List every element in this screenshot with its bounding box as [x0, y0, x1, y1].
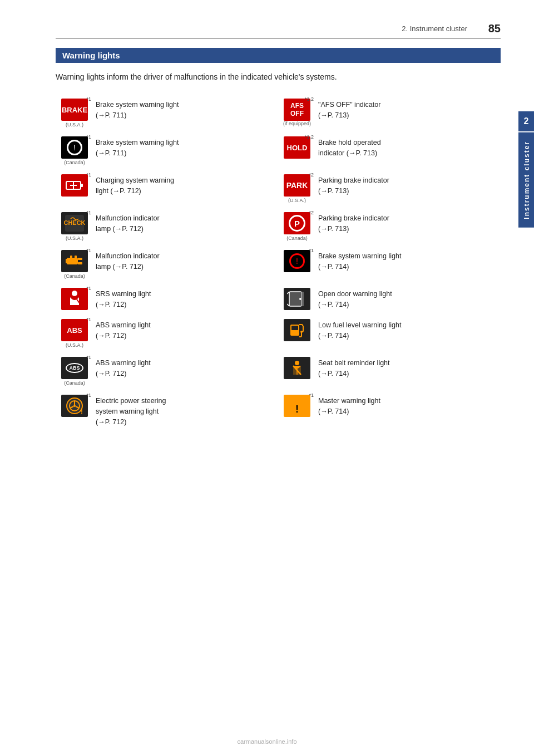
icon-wrap: *1,2 HOLD [281, 136, 313, 159]
item-description: Master warning light(→P. 714) [318, 395, 380, 417]
region-label: (U.S.A.) [66, 235, 83, 241]
seatbelt-icon [284, 357, 310, 379]
list-item: *1 ! (Canada) Brake system warning light… [56, 132, 278, 170]
item-description: Malfunction indicatorlamp (→P. 712) [96, 250, 160, 272]
svg-point-26 [73, 405, 76, 407]
icon-wrap: *1 ! (Canada) [59, 136, 90, 165]
abs-inner: ABS [66, 363, 83, 373]
header-bar: 2. Instrument cluster 85 [56, 22, 501, 39]
svg-text:!: ! [295, 404, 299, 415]
door-icon [284, 288, 310, 310]
item-description: ABS warning light(→P. 712) [96, 319, 151, 341]
svg-rect-16 [301, 292, 304, 306]
list-item: *1 CHECK (U.S.A.) Malfunction indicatorl… [56, 208, 278, 246]
icon-wrap: *1 BRAKE (U.S.A.) [59, 99, 90, 127]
superscript: *2 [309, 172, 314, 178]
svg-point-20 [300, 331, 303, 333]
fuel-icon [284, 319, 310, 341]
superscript: *1 [86, 210, 91, 215]
park-canada-icon: P [284, 212, 310, 234]
engine-canada-icon [61, 250, 88, 272]
icon-wrap: *2 P (Canada) [281, 212, 313, 241]
icon-wrap [281, 357, 313, 379]
item-description: Charging system warninglight (→P. 712) [96, 174, 174, 197]
icon-wrap: *1 (Canada) [59, 250, 90, 279]
superscript: *1,2 [305, 96, 314, 102]
list-item: *1 ABS (U.S.A.) ABS warning light(→P. 71… [56, 315, 278, 352]
superscript: *1 [309, 392, 314, 398]
icon-wrap: *1 CHECK (U.S.A.) [59, 212, 90, 241]
item-description: Seat belt reminder light(→P. 714) [318, 357, 390, 379]
icon-wrap: *1 ! [281, 395, 313, 417]
svg-rect-19 [291, 326, 298, 330]
list-item: *2 P (Canada) Parking brake indicator(→P… [278, 208, 501, 246]
section-title: Warning lights [56, 48, 501, 63]
svg-point-21 [295, 361, 299, 365]
item-description: Electric power steeringsystem warning li… [96, 395, 166, 427]
superscript: *1 [86, 172, 91, 178]
superscript: *1 [309, 248, 314, 253]
svg-rect-1 [81, 184, 83, 187]
item-description: Brake system warning light(→P. 711) [96, 99, 179, 121]
region-label: (U.S.A.) [288, 198, 306, 203]
brake-canada-icon: ! [61, 136, 88, 159]
superscript: *1,2 [305, 134, 314, 140]
svg-rect-9 [78, 258, 82, 260]
item-description: Brake system warning light(→P. 714) [318, 250, 401, 272]
superscript: *2 [309, 210, 314, 215]
item-description: ABS warning light(→P. 712) [96, 357, 151, 379]
list-item: *1 ! Master warning light(→P. 714) [278, 390, 501, 431]
item-description: Parking brake indicator(→P. 713) [318, 174, 389, 197]
svg-point-13 [72, 291, 77, 296]
list-item: *1 (Canada) Malfunction [56, 246, 278, 283]
icon-wrap: *1 ABS (U.S.A.) [59, 319, 90, 348]
brake-circle: ! [67, 140, 82, 155]
afs-off-icon: AFS OFF [284, 99, 310, 121]
watermark: carmanualsonline.info [237, 738, 296, 745]
sidebar-chapter-number: 2 [518, 111, 534, 131]
superscript: *1 [86, 134, 91, 140]
warning-grid: *1 BRAKE (U.S.A.) Brake system warning l… [56, 94, 501, 431]
svg-rect-12 [75, 256, 77, 259]
list-item: *1,2 AFS OFF (if equipped) "AFS OFF" ind… [278, 94, 501, 132]
superscript: *1 [86, 96, 91, 102]
icon-wrap [281, 288, 313, 310]
park-usa-icon: PARK [284, 174, 310, 197]
svg-text:!: ! [81, 408, 83, 415]
icon-wrap: *1,2 AFS OFF (if equipped) [281, 99, 313, 126]
eps-icon: ! [61, 395, 88, 417]
chapter-title: 2. Instrument cluster [402, 24, 467, 33]
park-p-inner: P [289, 215, 305, 232]
svg-text:CHECK: CHECK [64, 219, 85, 226]
list-item: *2 PARK (U.S.A.) Parking brake indicator… [278, 170, 501, 208]
region-label: (U.S.A.) [66, 122, 83, 127]
brake-warn-icon: ! [284, 250, 310, 272]
srs-icon [61, 288, 88, 310]
svg-rect-11 [70, 256, 72, 259]
list-item: *1 ! Brake system warning light(→P. 714) [278, 246, 501, 283]
svg-rect-8 [66, 259, 68, 263]
icon-wrap [281, 319, 313, 341]
item-description: Parking brake indicator(→P. 713) [318, 212, 389, 234]
page-container: 2. Instrument cluster 85 Warning lights … [0, 0, 534, 454]
page-number: 85 [484, 22, 501, 35]
svg-point-17 [299, 298, 301, 300]
brake-warn-inner: ! [289, 253, 305, 269]
region-label: (Canada) [286, 235, 308, 241]
abs-canada-icon: ABS [61, 357, 88, 379]
superscript: *1 [86, 286, 91, 291]
icon-wrap: *1 [59, 288, 90, 310]
item-description: SRS warning light(→P. 712) [96, 288, 151, 310]
list-item: *1 BRAKE (U.S.A.) Brake system warning l… [56, 94, 278, 132]
list-item: *1 SRS warning light(→P. 712) [56, 283, 278, 315]
icon-wrap: *1 ! [59, 395, 90, 417]
icon-wrap: *2 PARK (U.S.A.) [281, 174, 313, 203]
list-item: *1 ! Electric power steeringsys [56, 390, 278, 431]
region-label: (Canada) [64, 160, 85, 165]
header-info: 2. Instrument cluster 85 [402, 22, 501, 35]
region-label: (Canada) [64, 380, 85, 386]
list-item: Open door warning light(→P. 714) [278, 283, 501, 315]
master-warning-icon: ! [284, 395, 310, 417]
brake-usa-icon: BRAKE [61, 99, 88, 121]
item-description: Low fuel level warning light(→P. 714) [318, 319, 401, 341]
